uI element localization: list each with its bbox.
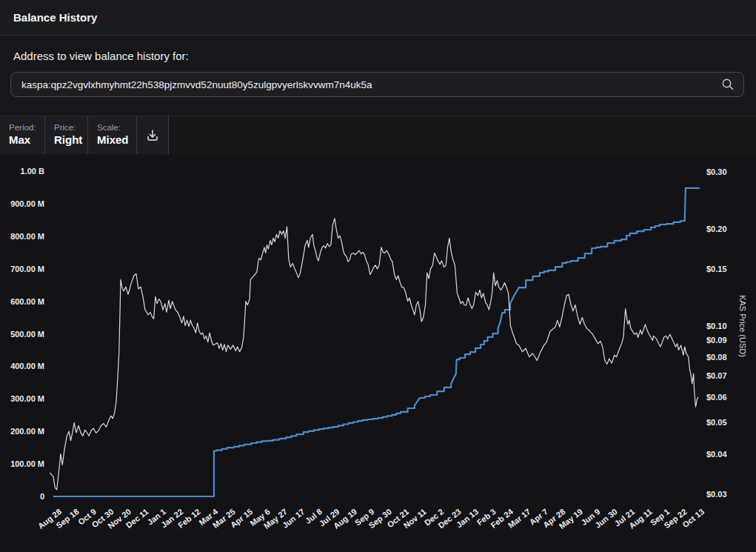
period-control[interactable]: Period: Max [0, 116, 45, 154]
right-axis-tick: $0.06 [706, 393, 727, 402]
address-search-box [10, 72, 744, 97]
period-label: Period: [9, 122, 36, 133]
right-axis-tick: $0.09 [706, 336, 727, 345]
right-axis-tick: $0.03 [706, 490, 727, 499]
left-axis-tick: 300.00 M [10, 394, 44, 403]
right-axis-tick: $0.15 [706, 265, 727, 273]
address-section: Address to view balance history for: [0, 36, 756, 116]
right-axis-tick: $0.07 [706, 371, 727, 380]
right-axis-tick: $0.30 [706, 167, 727, 176]
scale-control[interactable]: Scale: Mixed [88, 116, 137, 154]
titlebar: Balance History [0, 0, 756, 36]
right-axis-tick: $0.20 [706, 225, 727, 233]
left-axis-tick: 900.00 M [10, 199, 44, 208]
right-axis-tick: $0.05 [706, 418, 727, 427]
chart-controls: Period: Max Price: Right Scale: Mixed [0, 116, 169, 154]
page-title: Balance History [13, 11, 97, 24]
right-axis-tick: $0.08 [706, 353, 727, 362]
download-button[interactable] [137, 116, 169, 154]
price-value: Right [54, 133, 78, 147]
left-axis-tick: 100.00 M [10, 459, 44, 468]
balance-history-chart[interactable]: KAS Price (USD) 1.00 B900.00 M800.00 M70… [0, 157, 756, 552]
download-icon [144, 127, 161, 144]
scale-value: Mixed [97, 133, 127, 147]
scale-label: Scale: [97, 122, 127, 133]
price-line [50, 219, 698, 490]
left-axis-tick: 500.00 M [10, 330, 44, 339]
address-label: Address to view balance history for: [13, 50, 189, 62]
left-axis-tick: 700.00 M [10, 265, 44, 273]
right-axis-tick: $0.04 [706, 450, 727, 459]
left-axis-tick: 800.00 M [10, 232, 44, 241]
search-icon[interactable] [721, 78, 735, 91]
left-axis-tick: 1.00 B [21, 167, 44, 176]
address-input[interactable] [11, 73, 717, 96]
right-axis-tick: $0.10 [706, 322, 727, 330]
period-value: Max [9, 133, 36, 147]
left-axis-tick: 600.00 M [10, 297, 44, 306]
price-axis-control[interactable]: Price: Right [45, 116, 88, 154]
chart-controls-bar: Period: Max Price: Right Scale: Mixed [0, 116, 756, 154]
left-axis-tick: 200.00 M [10, 427, 44, 436]
left-axis-tick: 400.00 M [10, 362, 44, 370]
right-axis-title: KAS Price (USD) [738, 295, 747, 357]
left-axis-tick: 0 [40, 492, 44, 501]
chart-canvas[interactable]: KAS Price (USD) 1.00 B900.00 M800.00 M70… [0, 157, 756, 552]
balance-line [53, 188, 700, 496]
price-label: Price: [54, 122, 78, 133]
